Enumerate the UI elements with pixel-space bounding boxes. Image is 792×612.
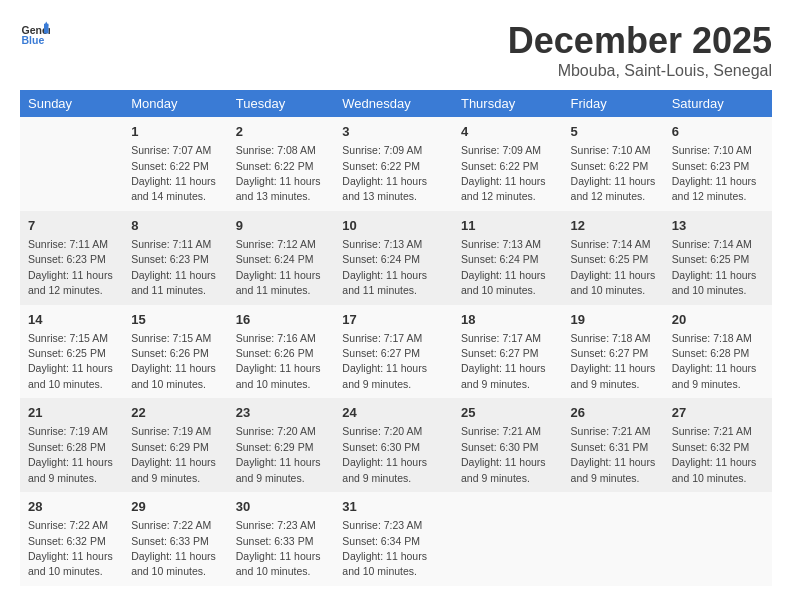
day-cell: 22 Sunrise: 7:19 AM Sunset: 6:29 PM Dayl… — [123, 398, 228, 492]
daylight-info: Daylight: 11 hours and 10 minutes. — [28, 550, 113, 577]
sunrise-info: Sunrise: 7:19 AM — [28, 425, 108, 437]
day-number: 4 — [461, 123, 555, 141]
daylight-info: Daylight: 11 hours and 9 minutes. — [571, 456, 656, 483]
col-tuesday: Tuesday — [228, 90, 335, 117]
day-number: 6 — [672, 123, 764, 141]
day-cell: 4 Sunrise: 7:09 AM Sunset: 6:22 PM Dayli… — [453, 117, 563, 211]
sunset-info: Sunset: 6:28 PM — [28, 441, 106, 453]
day-number: 23 — [236, 404, 327, 422]
sunrise-info: Sunrise: 7:21 AM — [461, 425, 541, 437]
day-number: 2 — [236, 123, 327, 141]
day-cell — [664, 492, 772, 586]
day-cell: 23 Sunrise: 7:20 AM Sunset: 6:29 PM Dayl… — [228, 398, 335, 492]
sunset-info: Sunset: 6:27 PM — [461, 347, 539, 359]
sunset-info: Sunset: 6:27 PM — [571, 347, 649, 359]
day-number: 18 — [461, 311, 555, 329]
col-thursday: Thursday — [453, 90, 563, 117]
sunset-info: Sunset: 6:30 PM — [342, 441, 420, 453]
sunset-info: Sunset: 6:28 PM — [672, 347, 750, 359]
day-number: 25 — [461, 404, 555, 422]
sunset-info: Sunset: 6:32 PM — [672, 441, 750, 453]
sunset-info: Sunset: 6:22 PM — [571, 160, 649, 172]
daylight-info: Daylight: 11 hours and 9 minutes. — [131, 456, 216, 483]
sunrise-info: Sunrise: 7:18 AM — [571, 332, 651, 344]
week-row-4: 28 Sunrise: 7:22 AM Sunset: 6:32 PM Dayl… — [20, 492, 772, 586]
day-number: 3 — [342, 123, 445, 141]
sunrise-info: Sunrise: 7:07 AM — [131, 144, 211, 156]
daylight-info: Daylight: 11 hours and 9 minutes. — [571, 362, 656, 389]
day-cell: 5 Sunrise: 7:10 AM Sunset: 6:22 PM Dayli… — [563, 117, 664, 211]
daylight-info: Daylight: 11 hours and 12 minutes. — [461, 175, 546, 202]
daylight-info: Daylight: 11 hours and 11 minutes. — [342, 269, 427, 296]
sunrise-info: Sunrise: 7:17 AM — [461, 332, 541, 344]
day-number: 17 — [342, 311, 445, 329]
day-cell: 16 Sunrise: 7:16 AM Sunset: 6:26 PM Dayl… — [228, 305, 335, 399]
sunset-info: Sunset: 6:31 PM — [571, 441, 649, 453]
day-number: 1 — [131, 123, 220, 141]
sunset-info: Sunset: 6:33 PM — [131, 535, 209, 547]
logo-icon: General Blue — [20, 20, 50, 50]
sunrise-info: Sunrise: 7:10 AM — [672, 144, 752, 156]
svg-text:Blue: Blue — [22, 34, 45, 46]
col-wednesday: Wednesday — [334, 90, 453, 117]
week-row-2: 14 Sunrise: 7:15 AM Sunset: 6:25 PM Dayl… — [20, 305, 772, 399]
day-cell: 8 Sunrise: 7:11 AM Sunset: 6:23 PM Dayli… — [123, 211, 228, 305]
day-number: 24 — [342, 404, 445, 422]
sunrise-info: Sunrise: 7:22 AM — [131, 519, 211, 531]
daylight-info: Daylight: 11 hours and 10 minutes. — [236, 550, 321, 577]
day-number: 30 — [236, 498, 327, 516]
daylight-info: Daylight: 11 hours and 12 minutes. — [571, 175, 656, 202]
day-cell: 20 Sunrise: 7:18 AM Sunset: 6:28 PM Dayl… — [664, 305, 772, 399]
sunrise-info: Sunrise: 7:21 AM — [571, 425, 651, 437]
sunset-info: Sunset: 6:24 PM — [342, 253, 420, 265]
day-cell: 2 Sunrise: 7:08 AM Sunset: 6:22 PM Dayli… — [228, 117, 335, 211]
calendar-table: Sunday Monday Tuesday Wednesday Thursday… — [20, 90, 772, 586]
day-cell: 24 Sunrise: 7:20 AM Sunset: 6:30 PM Dayl… — [334, 398, 453, 492]
daylight-info: Daylight: 11 hours and 10 minutes. — [131, 362, 216, 389]
day-number: 11 — [461, 217, 555, 235]
logo: General Blue — [20, 20, 50, 50]
day-number: 22 — [131, 404, 220, 422]
col-sunday: Sunday — [20, 90, 123, 117]
main-title: December 2025 — [508, 20, 772, 62]
daylight-info: Daylight: 11 hours and 10 minutes. — [571, 269, 656, 296]
day-number: 15 — [131, 311, 220, 329]
day-number: 7 — [28, 217, 115, 235]
day-cell: 17 Sunrise: 7:17 AM Sunset: 6:27 PM Dayl… — [334, 305, 453, 399]
daylight-info: Daylight: 11 hours and 10 minutes. — [28, 362, 113, 389]
day-cell: 1 Sunrise: 7:07 AM Sunset: 6:22 PM Dayli… — [123, 117, 228, 211]
day-cell: 13 Sunrise: 7:14 AM Sunset: 6:25 PM Dayl… — [664, 211, 772, 305]
day-cell: 29 Sunrise: 7:22 AM Sunset: 6:33 PM Dayl… — [123, 492, 228, 586]
sunrise-info: Sunrise: 7:13 AM — [461, 238, 541, 250]
day-cell: 26 Sunrise: 7:21 AM Sunset: 6:31 PM Dayl… — [563, 398, 664, 492]
day-cell: 9 Sunrise: 7:12 AM Sunset: 6:24 PM Dayli… — [228, 211, 335, 305]
day-cell: 21 Sunrise: 7:19 AM Sunset: 6:28 PM Dayl… — [20, 398, 123, 492]
title-area: December 2025 Mbouba, Saint-Louis, Seneg… — [508, 20, 772, 80]
sunrise-info: Sunrise: 7:11 AM — [28, 238, 108, 250]
day-cell: 19 Sunrise: 7:18 AM Sunset: 6:27 PM Dayl… — [563, 305, 664, 399]
daylight-info: Daylight: 11 hours and 9 minutes. — [461, 362, 546, 389]
daylight-info: Daylight: 11 hours and 10 minutes. — [131, 550, 216, 577]
day-cell: 31 Sunrise: 7:23 AM Sunset: 6:34 PM Dayl… — [334, 492, 453, 586]
sunrise-info: Sunrise: 7:14 AM — [672, 238, 752, 250]
day-number: 13 — [672, 217, 764, 235]
sunset-info: Sunset: 6:30 PM — [461, 441, 539, 453]
daylight-info: Daylight: 11 hours and 9 minutes. — [461, 456, 546, 483]
day-cell: 7 Sunrise: 7:11 AM Sunset: 6:23 PM Dayli… — [20, 211, 123, 305]
sunset-info: Sunset: 6:25 PM — [571, 253, 649, 265]
subtitle: Mbouba, Saint-Louis, Senegal — [508, 62, 772, 80]
day-cell — [453, 492, 563, 586]
day-number: 26 — [571, 404, 656, 422]
sunrise-info: Sunrise: 7:13 AM — [342, 238, 422, 250]
sunrise-info: Sunrise: 7:17 AM — [342, 332, 422, 344]
day-number: 5 — [571, 123, 656, 141]
day-cell — [563, 492, 664, 586]
day-number: 29 — [131, 498, 220, 516]
day-number: 16 — [236, 311, 327, 329]
week-row-1: 7 Sunrise: 7:11 AM Sunset: 6:23 PM Dayli… — [20, 211, 772, 305]
day-cell: 15 Sunrise: 7:15 AM Sunset: 6:26 PM Dayl… — [123, 305, 228, 399]
sunrise-info: Sunrise: 7:09 AM — [461, 144, 541, 156]
sunrise-info: Sunrise: 7:19 AM — [131, 425, 211, 437]
header: General Blue December 2025 Mbouba, Saint… — [20, 20, 772, 80]
daylight-info: Daylight: 11 hours and 9 minutes. — [672, 362, 757, 389]
